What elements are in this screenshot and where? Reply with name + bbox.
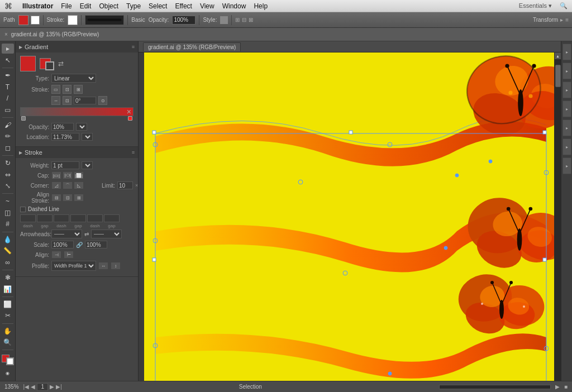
close-btn[interactable]: ×	[4, 31, 8, 37]
prev-page-btn[interactable]: ◀	[31, 384, 35, 390]
profile-select[interactable]: Width Profile 1 Uniform	[51, 261, 96, 271]
gradient-opacity-input[interactable]	[51, 123, 74, 131]
arrowheads-swap-icon[interactable]: ⇄	[84, 231, 89, 237]
stroke-panel-header[interactable]: ▶ Stroke ≡	[16, 147, 138, 158]
gradient-opacity-unit[interactable]: %	[76, 123, 87, 131]
align-right-icon[interactable]: ⊠	[249, 17, 253, 23]
scale-tool[interactable]: ⤡	[2, 181, 14, 191]
gradient-stroke-btn1[interactable]: ▭	[51, 85, 60, 94]
canvas-area[interactable]: gradient.ai @ 135% (RGB/Preview)	[139, 41, 561, 392]
stroke-weight-input[interactable]	[51, 161, 79, 169]
eyedropper-tool[interactable]: 💧	[2, 234, 14, 244]
gradient-location-unit[interactable]: %	[82, 133, 93, 141]
dash-3-input[interactable]	[87, 214, 103, 222]
scale-link-icon[interactable]: 🔗	[76, 242, 83, 248]
page-input[interactable]	[37, 383, 48, 391]
mesh-tool[interactable]: #	[2, 219, 14, 229]
gradient-tool[interactable]: ◫	[2, 208, 14, 218]
align-endpoints-btn1[interactable]: ⊣	[51, 251, 61, 259]
gap-2-input[interactable]	[70, 214, 86, 222]
type-tool[interactable]: T	[2, 82, 14, 92]
gradient-stroke-btn2[interactable]: ⊡	[63, 85, 72, 94]
gap-1-input[interactable]	[37, 214, 53, 222]
stop-btn[interactable]: ■	[564, 384, 568, 390]
gradient-stop-right[interactable]	[128, 116, 132, 121]
scale-start-input[interactable]	[51, 241, 74, 248]
fill-swatch[interactable]	[18, 15, 28, 25]
menu-help[interactable]: Help	[254, 2, 268, 10]
stroke-weight-unit[interactable]: pt	[82, 161, 93, 169]
align-center-stroke-btn[interactable]: ⊟	[51, 194, 61, 202]
search-icon[interactable]: 🔍	[560, 2, 568, 9]
dash-1-input[interactable]	[20, 214, 36, 222]
right-panel-btn-1[interactable]: ▸	[563, 44, 571, 60]
right-panel-btn-6[interactable]: ▸	[563, 138, 571, 155]
right-panel-btn-4[interactable]: ▸	[563, 101, 571, 117]
align-endpoints-btn2[interactable]: ⊢	[64, 251, 74, 259]
opacity-input[interactable]	[172, 16, 196, 25]
direct-selection-tool[interactable]: ↖	[2, 55, 14, 65]
right-panel-btn-7[interactable]: ▸	[563, 157, 571, 174]
swap-colors-icon[interactable]: ⇄	[58, 60, 64, 68]
line-tool[interactable]: /	[2, 93, 14, 103]
menu-type[interactable]: Type	[126, 2, 141, 10]
last-page-btn[interactable]: ▶|	[56, 384, 62, 390]
pen-tool[interactable]: ✒	[2, 70, 14, 80]
round-corner-btn[interactable]: ⌒	[63, 181, 73, 189]
right-panel-btn-3[interactable]: ▸	[563, 82, 571, 98]
align-inside-stroke-btn[interactable]: ⊡	[63, 194, 73, 202]
stroke-swatch-tool[interactable]	[6, 357, 14, 365]
square-cap-btn[interactable]: |⬜|	[74, 171, 84, 179]
arrowhead-end-select[interactable]: ——	[91, 230, 122, 238]
gap-3-input[interactable]	[104, 214, 120, 222]
symbol-tool[interactable]: ❃	[2, 273, 14, 283]
normal-mode-btn[interactable]: ◉	[2, 367, 14, 380]
filename-tab[interactable]: gradient.ai @ 135% (RGB/Preview)	[11, 31, 99, 37]
warp-tool[interactable]: ~	[2, 196, 14, 206]
gradient-bar[interactable]	[20, 107, 134, 116]
menu-window[interactable]: Window	[222, 2, 246, 10]
measure-tool[interactable]: 📏	[2, 246, 14, 256]
fill-color-swatch[interactable]	[20, 56, 36, 71]
slice-tool[interactable]: ✂	[2, 310, 14, 321]
dash-2-input[interactable]	[54, 214, 69, 222]
dashed-line-checkbox[interactable]	[20, 207, 26, 212]
stroke-limit-input[interactable]	[117, 181, 133, 189]
align-left-icon[interactable]: ⊞	[235, 17, 240, 23]
menu-edit[interactable]: Edit	[80, 2, 92, 10]
menu-effect[interactable]: Effect	[175, 2, 192, 10]
scroll-thumb[interactable]	[555, 65, 561, 87]
panel-menu-icon[interactable]: ≡	[565, 17, 569, 23]
scale-end-input[interactable]	[85, 241, 107, 248]
arrowhead-start-select[interactable]: ——	[51, 230, 82, 238]
next-page-btn[interactable]: ▶	[50, 384, 54, 390]
flip-profile-v-btn[interactable]: ↕	[111, 262, 121, 270]
miter-corner-btn[interactable]: ◿	[51, 181, 61, 189]
none-swatch[interactable]	[45, 61, 54, 70]
right-panel-btn-2[interactable]: ▸	[563, 63, 571, 79]
scroll-up-btn[interactable]: ▲	[555, 52, 561, 59]
menu-view[interactable]: View	[200, 2, 214, 10]
stroke-preview[interactable]	[85, 15, 124, 25]
gradient-panel-menu[interactable]: ≡	[132, 44, 135, 50]
fill-stroke-switcher[interactable]	[2, 355, 14, 365]
align-outside-stroke-btn[interactable]: ⊞	[74, 194, 84, 202]
gradient-panel-header[interactable]: ▶ Gradient ≡	[16, 41, 138, 52]
reverse-gradient-btn[interactable]: ↔	[51, 96, 60, 105]
rotate-tool[interactable]: ↻	[2, 158, 14, 168]
delete-gradient-stop-btn[interactable]: ×	[127, 107, 131, 116]
gradient-type-select[interactable]: Linear Radial	[51, 74, 96, 83]
stroke-panel-menu[interactable]: ≡	[132, 150, 135, 155]
blend-tool[interactable]: ∞	[2, 257, 14, 267]
hand-tool[interactable]: ✋	[2, 326, 14, 336]
gradient-icon-btn[interactable]: ⊙	[98, 96, 107, 105]
paintbrush-tool[interactable]: 🖌	[2, 120, 14, 130]
style-swatch[interactable]	[220, 16, 228, 24]
stroke-color-swatch[interactable]	[68, 15, 78, 25]
reflect-tool[interactable]: ⇔	[2, 169, 14, 179]
gradient-location-input[interactable]	[51, 133, 79, 141]
menu-file[interactable]: File	[61, 2, 72, 10]
rectangle-tool[interactable]: ▭	[2, 104, 14, 114]
zoom-tool[interactable]: 🔍	[2, 337, 14, 347]
selection-tool[interactable]: ▸	[2, 44, 14, 54]
